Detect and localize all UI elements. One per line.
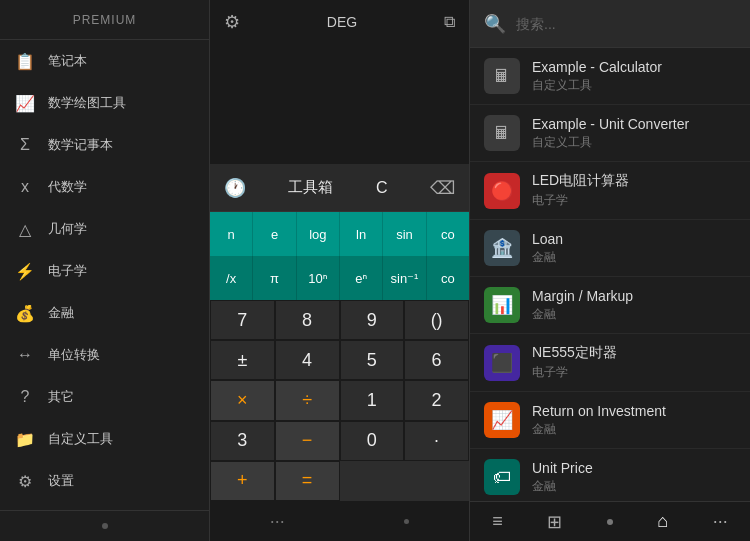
sidebar-item-custom[interactable]: 📁 自定义工具 — [0, 418, 209, 460]
sci-btn-10n[interactable]: 10ⁿ — [297, 256, 340, 300]
list-text-roi: Return on Investment 金融 — [532, 403, 666, 438]
sidebar-label-electronics: 电子学 — [48, 262, 87, 280]
list-item-unit[interactable]: 🖩 Example - Unit Converter 自定义工具 — [470, 105, 750, 162]
sci-btn-co1[interactable]: co — [427, 212, 469, 256]
sidebar-item-electronics[interactable]: ⚡ 电子学 — [0, 250, 209, 292]
calc-bar-dot — [404, 519, 409, 524]
list-text-ne555: NE555定时器 电子学 — [532, 344, 617, 381]
btn-8[interactable]: 8 — [275, 300, 340, 340]
list-sub-led: 电子学 — [532, 192, 629, 209]
btn-1[interactable]: 1 — [340, 380, 405, 420]
btn-2[interactable]: 2 — [404, 380, 469, 420]
btn-6[interactable]: 6 — [404, 340, 469, 380]
list-icon-calc: 🖩 — [484, 58, 520, 94]
sidebar-item-unit[interactable]: ↔ 单位转换 — [0, 334, 209, 376]
sidebar-icon-algebra: x — [14, 176, 36, 198]
backspace-button[interactable]: ⌫ — [430, 177, 455, 199]
sidebar-item-notes[interactable]: 📋 笔记本 — [0, 40, 209, 82]
btn-dot[interactable]: · — [404, 421, 469, 461]
calc-header: ⚙ DEG ⧉ — [210, 0, 469, 44]
list-icon-roi: 📈 — [484, 402, 520, 438]
sci-btn-sin[interactable]: sin — [383, 212, 426, 256]
list-icon-unit: 🖩 — [484, 115, 520, 151]
grid-icon[interactable]: ⊞ — [547, 511, 562, 533]
btn-times[interactable]: × — [210, 380, 275, 420]
sidebar-footer — [0, 515, 209, 537]
sidebar-header: PREMIUM — [0, 0, 209, 40]
list-text-led: LED电阻计算器 电子学 — [532, 172, 629, 209]
toolbar-title: 工具箱 — [288, 178, 333, 197]
btn-plus[interactable]: + — [210, 461, 275, 501]
sidebar-item-graph[interactable]: 📈 数学绘图工具 — [0, 82, 209, 124]
list-title-unit: Example - Unit Converter — [532, 116, 689, 132]
sidebar-label-graph: 数学绘图工具 — [48, 94, 126, 112]
list-icon-loan: 🏦 — [484, 230, 520, 266]
copy-icon[interactable]: ⧉ — [444, 13, 455, 31]
menu-icon[interactable]: ≡ — [492, 511, 503, 532]
list-icon-ne555: ⬛ — [484, 345, 520, 381]
sidebar-item-finance[interactable]: 💰 金融 — [0, 292, 209, 334]
calculator-panel: ⚙ DEG ⧉ 🕐 工具箱 C ⌫ n e log ln sin co /x π… — [210, 0, 470, 541]
sidebar-item-algebra[interactable]: x 代数学 — [0, 166, 209, 208]
sci-btn-log[interactable]: log — [297, 212, 340, 256]
numpad: 7 8 9 () ± 4 5 6 × ÷ 1 2 3 − 0 · + = — [210, 300, 469, 501]
sidebar-icon-geometry: △ — [14, 218, 36, 240]
sidebar-icon-notes: 📋 — [14, 50, 36, 72]
sci-btn-ln[interactable]: ln — [340, 212, 383, 256]
bottom-dot — [607, 519, 613, 525]
sci-btn-n[interactable]: n — [210, 212, 253, 256]
btn-eq[interactable]: = — [275, 461, 340, 501]
list-item-unitprice[interactable]: 🏷 Unit Price 金融 — [470, 449, 750, 501]
sci-btn-pi[interactable]: π — [253, 256, 296, 300]
list-sub-unit: 自定义工具 — [532, 134, 689, 151]
sidebar-footer-dot — [102, 523, 108, 529]
list-item-calc[interactable]: 🖩 Example - Calculator 自定义工具 — [470, 48, 750, 105]
sidebar-item-settings[interactable]: ⚙ 设置 — [0, 460, 209, 502]
calc-display — [210, 44, 469, 164]
sidebar-bottom — [0, 510, 209, 541]
list-title-led: LED电阻计算器 — [532, 172, 629, 190]
sci-btn-en[interactable]: eⁿ — [340, 256, 383, 300]
btn-7[interactable]: 7 — [210, 300, 275, 340]
btn-3[interactable]: 3 — [210, 421, 275, 461]
sidebar: PREMIUM 📋 笔记本 📈 数学绘图工具 Σ 数学记事本 x 代数学 △ 几… — [0, 0, 210, 541]
list-item-margin[interactable]: 📊 Margin / Markup 金融 — [470, 277, 750, 334]
list-item-led[interactable]: 🔴 LED电阻计算器 电子学 — [470, 162, 750, 220]
btn-9[interactable]: 9 — [340, 300, 405, 340]
btn-0[interactable]: 0 — [340, 421, 405, 461]
sci-btn-arcsin[interactable]: sin⁻¹ — [383, 256, 426, 300]
list-sub-roi: 金融 — [532, 421, 666, 438]
gear-icon[interactable]: ⚙ — [224, 11, 240, 33]
sci-row-1: n e log ln sin co — [210, 212, 469, 256]
btn-minus[interactable]: − — [275, 421, 340, 461]
list-sub-unitprice: 金融 — [532, 478, 593, 495]
sidebar-item-geometry[interactable]: △ 几何学 — [0, 208, 209, 250]
list-icon-led: 🔴 — [484, 173, 520, 209]
home-icon[interactable]: ⌂ — [657, 511, 668, 532]
history-icon[interactable]: 🕐 — [224, 177, 246, 199]
list-text-unitprice: Unit Price 金融 — [532, 460, 593, 495]
btn-div[interactable]: ÷ — [275, 380, 340, 420]
more-icon[interactable]: ··· — [713, 511, 728, 532]
sci-btn-co2[interactable]: co — [427, 256, 469, 300]
sci-btn-inv[interactable]: /x — [210, 256, 253, 300]
sidebar-icon-electronics: ⚡ — [14, 260, 36, 282]
sidebar-icon-notes2: Σ — [14, 134, 36, 156]
deg-label[interactable]: DEG — [327, 14, 357, 30]
list-item-ne555[interactable]: ⬛ NE555定时器 电子学 — [470, 334, 750, 392]
search-bar: 🔍 — [470, 0, 750, 48]
search-input[interactable] — [516, 16, 736, 32]
btn-paren[interactable]: () — [404, 300, 469, 340]
btn-plusminus[interactable]: ± — [210, 340, 275, 380]
clear-button[interactable]: C — [376, 179, 388, 197]
sci-btn-e[interactable]: e — [253, 212, 296, 256]
btn-4[interactable]: 4 — [275, 340, 340, 380]
btn-5[interactable]: 5 — [340, 340, 405, 380]
list-item-roi[interactable]: 📈 Return on Investment 金融 — [470, 392, 750, 449]
list-item-loan[interactable]: 🏦 Loan 金融 — [470, 220, 750, 277]
sidebar-item-notes2[interactable]: Σ 数学记事本 — [0, 124, 209, 166]
sidebar-item-about[interactable]: ℹ 关于 — [0, 502, 209, 510]
sidebar-item-other[interactable]: ? 其它 — [0, 376, 209, 418]
sidebar-items-list: 📋 笔记本 📈 数学绘图工具 Σ 数学记事本 x 代数学 △ 几何学 ⚡ 电子学… — [0, 40, 209, 510]
sidebar-icon-custom: 📁 — [14, 428, 36, 450]
